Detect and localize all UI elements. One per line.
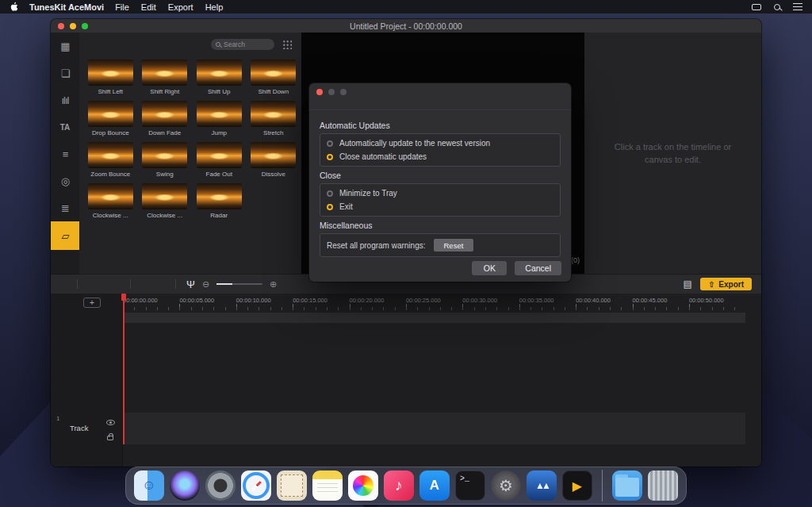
- timeline-ruler[interactable]: 00:00:00.00000:00:05.00000:00:10.00000:0…: [123, 294, 745, 311]
- dock-item-terminal[interactable]: [455, 471, 485, 501]
- track-lock-icon[interactable]: [107, 436, 113, 440]
- dialog-close-button[interactable]: [316, 89, 323, 95]
- transition-item[interactable]: Zoom Bounce: [86, 142, 135, 178]
- menubar-menu-item[interactable]: Help: [205, 2, 224, 12]
- sidebar-item-layers[interactable]: ❏: [51, 60, 79, 86]
- transition-label: Drop Bounce: [92, 129, 129, 136]
- dock-item-siri[interactable]: [170, 471, 200, 501]
- dock-item-launchpad[interactable]: [205, 471, 236, 501]
- transition-item[interactable]: Down Fade: [141, 101, 190, 136]
- transition-item[interactable]: Shift Left: [86, 60, 135, 95]
- transition-item[interactable]: Stretch: [250, 101, 298, 136]
- zoom-out-icon[interactable]: ⊖: [202, 280, 209, 289]
- transition-thumbnail[interactable]: [88, 60, 133, 86]
- timeline-zoom-slider[interactable]: [216, 283, 262, 285]
- zoom-in-icon[interactable]: ⊕: [270, 280, 277, 289]
- transition-item[interactable]: Radar: [195, 183, 243, 219]
- transition-thumbnail[interactable]: [142, 142, 187, 168]
- sidebar-item-transitions[interactable]: ▱: [51, 221, 79, 250]
- transitions-grid: Shift Left Shift Right Shift Up Shift Do…: [86, 60, 297, 219]
- transition-item[interactable]: Swing: [141, 142, 190, 178]
- menubar-menu-item[interactable]: Export: [168, 2, 193, 12]
- transition-item[interactable]: Shift Right: [141, 60, 190, 95]
- project-notes-icon[interactable]: ▤: [684, 278, 692, 290]
- ruler-label: 00:00:00.000: [123, 294, 179, 304]
- transition-thumbnail[interactable]: [197, 60, 242, 86]
- dock-item-blueapp[interactable]: [527, 471, 557, 501]
- grid-view-icon[interactable]: [282, 40, 292, 49]
- timeline: + 00:00:00.00000:00:05.00000:00:10.00000…: [51, 294, 761, 467]
- transition-item[interactable]: Clockwise ...: [141, 183, 190, 219]
- menubar-icon-controls[interactable]: [793, 3, 802, 10]
- transition-item[interactable]: Drop Bounce: [86, 101, 135, 136]
- radio-icon[interactable]: [327, 154, 333, 160]
- menubar-icon-search[interactable]: [774, 4, 780, 10]
- dock-item-finder[interactable]: [134, 471, 164, 501]
- transition-item[interactable]: Clockwise ...: [86, 183, 135, 219]
- sidebar-item-adjust[interactable]: ≣: [51, 194, 79, 221]
- transition-item[interactable]: Fade Out: [195, 142, 243, 178]
- transition-thumbnail[interactable]: [88, 142, 133, 168]
- radio-icon[interactable]: [327, 204, 333, 210]
- ok-button[interactable]: OK: [472, 261, 507, 275]
- track-visibility-icon[interactable]: [106, 420, 115, 425]
- transition-thumbnail[interactable]: [197, 101, 242, 127]
- sidebar-item-filters[interactable]: ◎: [51, 167, 79, 194]
- menubar-app-name[interactable]: TunesKit AceMovi: [29, 2, 104, 12]
- sidebar-item-media[interactable]: ▦: [51, 33, 79, 60]
- dock-item-notes[interactable]: [312, 471, 343, 501]
- transition-thumbnail[interactable]: [88, 101, 133, 127]
- transition-item[interactable]: Shift Down: [250, 60, 298, 95]
- add-track-button[interactable]: +: [83, 298, 101, 308]
- transition-thumbnail[interactable]: [251, 101, 296, 127]
- dock-item-mail[interactable]: [277, 471, 307, 501]
- apple-menu-icon[interactable]: [10, 2, 18, 12]
- track-lane[interactable]: [123, 413, 745, 444]
- transition-thumbnail[interactable]: [251, 60, 296, 86]
- radio-option-exit[interactable]: Exit: [327, 200, 553, 213]
- transition-item[interactable]: Dissolve: [250, 142, 298, 178]
- dialog-minimize-button[interactable]: [328, 89, 335, 95]
- dock-item-trash[interactable]: [648, 471, 678, 501]
- sidebar-item-overlays[interactable]: ≡: [51, 140, 79, 167]
- dock-item-sysprefs[interactable]: [491, 471, 521, 501]
- transition-thumbnail[interactable]: [197, 183, 242, 209]
- transition-thumbnail[interactable]: [88, 183, 133, 209]
- transition-thumbnail[interactable]: [142, 60, 187, 86]
- reset-button[interactable]: Reset: [434, 239, 474, 252]
- cancel-button[interactable]: Cancel: [515, 261, 561, 275]
- transition-item[interactable]: Shift Up: [195, 60, 243, 95]
- dock-item-acemovi[interactable]: [562, 471, 592, 501]
- transition-thumbnail[interactable]: [197, 142, 242, 168]
- dock-item-photos[interactable]: [348, 471, 378, 501]
- properties-panel: Click a track on the timeline or canvas …: [584, 33, 761, 274]
- dock-item-downloads[interactable]: [612, 471, 642, 501]
- radio-icon[interactable]: [327, 140, 333, 147]
- export-button[interactable]: ⇧ Export: [700, 278, 752, 290]
- menubar-menu-item[interactable]: File: [115, 2, 129, 12]
- transition-thumbnail[interactable]: [142, 183, 187, 209]
- search-input[interactable]: [224, 40, 270, 48]
- transition-thumbnail[interactable]: [251, 142, 296, 168]
- ruler-label: 00:00:45.000: [633, 294, 689, 304]
- menubar-icon-display[interactable]: [752, 4, 761, 10]
- voiceover-mic-icon[interactable]: Ψ: [186, 279, 195, 290]
- radio-icon[interactable]: [327, 190, 333, 197]
- radio-option-minimize-tray[interactable]: Minimize to Tray: [327, 186, 553, 200]
- window-titlebar[interactable]: Untitled Project - 00:00:00.000: [51, 19, 761, 33]
- dock-item-safari[interactable]: [241, 471, 271, 501]
- dialog-zoom-button[interactable]: [340, 89, 347, 95]
- dock-item-divider[interactable]: [602, 470, 603, 501]
- search-box[interactable]: [211, 39, 274, 50]
- menubar-menu-item[interactable]: Edit: [141, 2, 156, 12]
- transition-thumbnail[interactable]: [142, 101, 187, 127]
- sidebar-icon: ▱: [62, 230, 69, 242]
- transition-item[interactable]: Jump: [195, 101, 243, 136]
- dock-item-music[interactable]: [384, 471, 414, 501]
- radio-option-close-updates[interactable]: Close automatic updates: [327, 150, 553, 163]
- sidebar-item-audio[interactable]: ılıl: [51, 86, 79, 113]
- dock-item-appstore[interactable]: [419, 471, 450, 501]
- radio-option-auto-update[interactable]: Automatically update to the newest versi…: [327, 136, 553, 150]
- sidebar-item-text[interactable]: TA: [51, 113, 79, 140]
- playhead[interactable]: [123, 294, 124, 444]
